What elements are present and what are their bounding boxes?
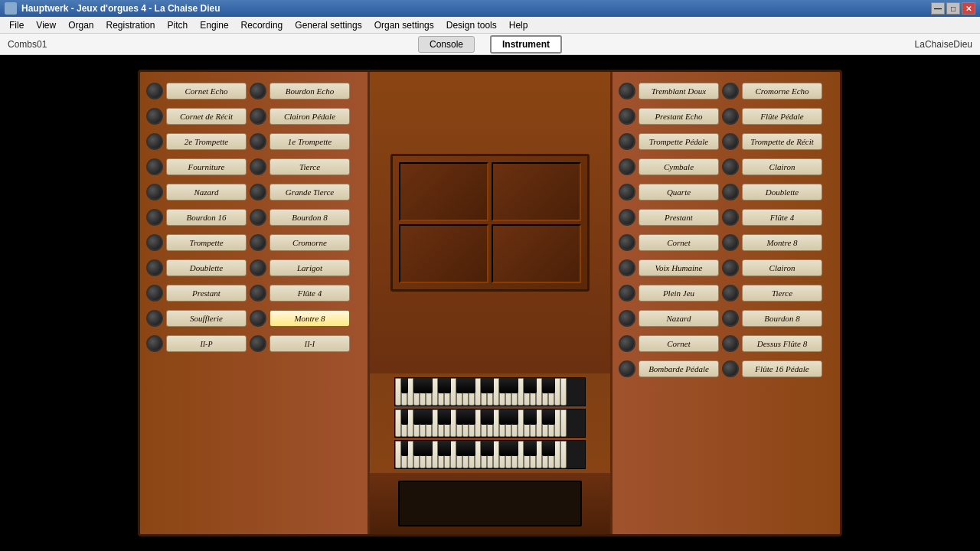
menu-registration[interactable]: Registration [100, 18, 162, 32]
menu-recording[interactable]: Recording [235, 18, 289, 32]
left-label-9-1[interactable]: Soufflerie [166, 310, 247, 327]
left-knob-1-1[interactable] [146, 108, 163, 125]
left-knob-3-1[interactable] [146, 158, 163, 175]
left-knob-5-2[interactable] [250, 209, 266, 226]
left-label-3-1[interactable]: Fourniture [166, 158, 247, 175]
left-label-6-2[interactable]: Cromorne [270, 234, 350, 251]
right-knob-11-2[interactable] [722, 360, 739, 377]
right-knob-0-1[interactable] [619, 83, 635, 99]
right-label-7-1[interactable]: Voix Humaine [639, 259, 719, 276]
left-label-2-2[interactable]: 1e Trompette [270, 133, 350, 150]
right-knob-0-2[interactable] [722, 83, 739, 99]
menu-engine[interactable]: Engine [194, 18, 234, 32]
right-knob-6-2[interactable] [722, 234, 739, 251]
left-knob-0-2[interactable] [250, 83, 266, 99]
right-knob-1-1[interactable] [619, 108, 635, 125]
left-knob-8-2[interactable] [250, 285, 266, 302]
right-label-1-1[interactable]: Prestant Echo [639, 108, 719, 125]
minimize-button[interactable]: — [931, 2, 945, 15]
left-knob-10-1[interactable] [146, 335, 163, 352]
right-knob-5-1[interactable] [619, 209, 635, 226]
left-label-10-2[interactable]: II-I [270, 335, 350, 352]
right-label-6-1[interactable]: Cornet [639, 234, 719, 251]
left-label-0-1[interactable]: Cornet Echo [166, 83, 247, 99]
right-knob-1-2[interactable] [722, 108, 739, 125]
left-knob-7-2[interactable] [250, 259, 266, 276]
left-label-5-1[interactable]: Bourdon 16 [166, 209, 247, 226]
left-label-1-1[interactable]: Cornet de Récit [166, 108, 247, 125]
left-label-6-1[interactable]: Trompette [166, 234, 247, 251]
left-knob-8-1[interactable] [146, 285, 163, 302]
right-label-0-1[interactable]: Tremblant Doux [639, 83, 719, 99]
right-knob-6-1[interactable] [619, 234, 635, 251]
right-label-6-2[interactable]: Montre 8 [742, 234, 822, 251]
right-label-5-1[interactable]: Prestant [639, 209, 719, 226]
right-label-11-1[interactable]: Bombarde Pédale [639, 360, 719, 377]
right-label-8-2[interactable]: Tierce [742, 285, 822, 302]
left-label-4-1[interactable]: Nazard [166, 184, 247, 201]
close-button[interactable]: ✕ [962, 2, 975, 15]
right-knob-4-2[interactable] [722, 184, 739, 201]
menu-design-tools[interactable]: Design tools [440, 18, 503, 32]
right-knob-9-2[interactable] [722, 310, 739, 327]
right-label-3-2[interactable]: Clairon [742, 158, 822, 175]
right-label-0-2[interactable]: Cromorne Echo [742, 83, 822, 99]
right-knob-7-1[interactable] [619, 259, 635, 276]
left-knob-5-1[interactable] [146, 209, 163, 226]
left-knob-9-2[interactable] [250, 310, 266, 327]
left-knob-4-2[interactable] [250, 184, 266, 201]
right-knob-7-2[interactable] [722, 259, 739, 276]
instrument-button[interactable]: Instrument [490, 35, 562, 54]
maximize-button[interactable]: □ [946, 2, 960, 15]
left-knob-1-2[interactable] [250, 108, 266, 125]
menu-general-settings[interactable]: General settings [289, 18, 368, 32]
right-label-1-2[interactable]: Flûte Pédale [742, 108, 822, 125]
left-label-2-1[interactable]: 2e Trompette [166, 133, 247, 150]
right-label-2-2[interactable]: Trompette de Récit [742, 133, 822, 150]
left-knob-6-1[interactable] [146, 234, 163, 251]
left-label-3-2[interactable]: Tierce [270, 158, 350, 175]
right-label-3-1[interactable]: Cymbale [639, 158, 719, 175]
left-knob-4-1[interactable] [146, 184, 163, 201]
right-label-4-1[interactable]: Quarte [639, 184, 719, 201]
menu-file[interactable]: File [3, 18, 30, 32]
right-label-4-2[interactable]: Doublette [742, 184, 822, 201]
right-knob-3-1[interactable] [619, 158, 635, 175]
titlebar-buttons[interactable]: — □ ✕ [931, 2, 975, 15]
right-knob-8-2[interactable] [722, 285, 739, 302]
left-label-8-1[interactable]: Prestant [166, 285, 247, 302]
right-knob-2-1[interactable] [619, 133, 635, 150]
right-label-8-1[interactable]: Plein Jeu [639, 285, 719, 302]
menu-view[interactable]: View [30, 18, 62, 32]
console-button[interactable]: Console [418, 36, 475, 53]
left-knob-9-1[interactable] [146, 310, 163, 327]
right-knob-5-2[interactable] [722, 209, 739, 226]
left-label-8-2[interactable]: Flûte 4 [270, 285, 350, 302]
left-label-4-2[interactable]: Grande Tierce [270, 184, 350, 201]
left-label-1-2[interactable]: Clairon Pédale [270, 108, 350, 125]
right-knob-10-2[interactable] [722, 335, 739, 352]
left-label-10-1[interactable]: II-P [166, 335, 247, 352]
right-knob-3-2[interactable] [722, 158, 739, 175]
right-knob-11-1[interactable] [619, 360, 635, 377]
left-knob-10-2[interactable] [250, 335, 266, 352]
right-label-7-2[interactable]: Clairon [742, 259, 822, 276]
left-label-9-2[interactable]: Montre 8 [270, 310, 350, 327]
left-knob-0-1[interactable] [146, 83, 163, 99]
right-label-2-1[interactable]: Trompette Pédale [639, 133, 719, 150]
right-knob-4-1[interactable] [619, 184, 635, 201]
left-label-0-2[interactable]: Bourdon Echo [270, 83, 350, 99]
right-label-11-2[interactable]: Flûte 16 Pédale [742, 360, 822, 377]
right-label-10-2[interactable]: Dessus Flûte 8 [742, 335, 822, 352]
right-knob-10-1[interactable] [619, 335, 635, 352]
menu-organ[interactable]: Organ [62, 18, 100, 32]
left-knob-7-1[interactable] [146, 259, 163, 276]
right-label-9-1[interactable]: Nazard [639, 310, 719, 327]
left-knob-2-2[interactable] [250, 133, 266, 150]
right-label-10-1[interactable]: Cornet [639, 335, 719, 352]
left-knob-6-2[interactable] [250, 234, 266, 251]
right-knob-8-1[interactable] [619, 285, 635, 302]
left-label-7-2[interactable]: Larigot [270, 259, 350, 276]
menu-help[interactable]: Help [503, 18, 534, 32]
right-knob-9-1[interactable] [619, 310, 635, 327]
